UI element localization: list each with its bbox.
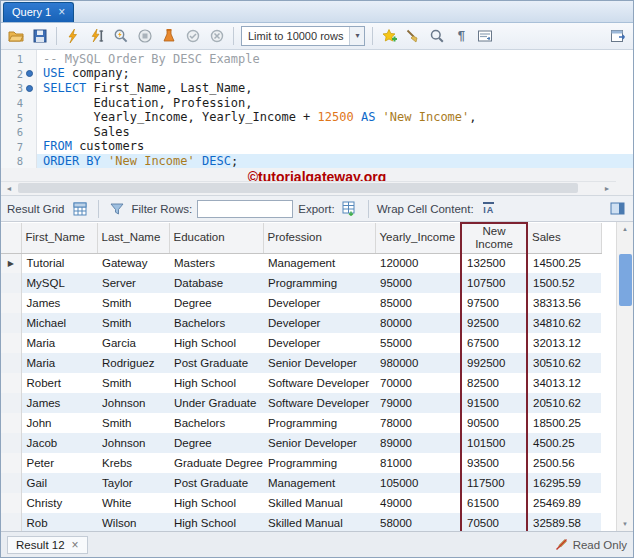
grid-cell[interactable]: 34810.62 bbox=[527, 313, 601, 333]
grid-cell[interactable]: 30510.62 bbox=[527, 353, 601, 373]
grid-cell[interactable]: Bachelors bbox=[169, 413, 263, 433]
grid-cell[interactable]: Tutorial bbox=[21, 253, 97, 273]
row-selector[interactable] bbox=[1, 313, 21, 333]
execute-query-button[interactable] bbox=[62, 25, 84, 47]
code-line[interactable]: ORDER BY 'New Income' DESC; bbox=[37, 154, 633, 168]
grid-cell[interactable]: 18500.25 bbox=[527, 413, 601, 433]
column-header[interactable]: Yearly_Income bbox=[375, 223, 461, 253]
grid-cell[interactable]: High School bbox=[169, 513, 263, 531]
grid-cell[interactable]: Taylor bbox=[97, 473, 169, 493]
grid-cell[interactable]: Krebs bbox=[97, 453, 169, 473]
grid-cell[interactable]: Smith bbox=[97, 373, 169, 393]
filter-rows-input[interactable] bbox=[197, 200, 293, 218]
grid-cell[interactable]: Senior Developer bbox=[263, 433, 375, 453]
toggle-side-panel-button[interactable] bbox=[607, 199, 627, 219]
grid-cell[interactable]: James bbox=[21, 293, 97, 313]
grid-cell[interactable]: 61500 bbox=[461, 493, 527, 513]
limit-rows-dropdown[interactable]: Limit to 10000 rows ▾ bbox=[241, 26, 365, 46]
grid-cell[interactable]: Jacob bbox=[21, 433, 97, 453]
save-script-button[interactable] bbox=[29, 25, 51, 47]
filter-button[interactable] bbox=[107, 199, 127, 219]
grid-cell[interactable]: Server bbox=[97, 273, 169, 293]
scroll-down-arrow-icon[interactable]: ▼ bbox=[617, 517, 633, 531]
grid-cell[interactable]: 79000 bbox=[375, 393, 461, 413]
grid-cell[interactable]: Programming bbox=[263, 453, 375, 473]
grid-cell[interactable]: Post Graduate bbox=[169, 353, 263, 373]
scroll-left-arrow-icon[interactable]: ◄ bbox=[1, 182, 17, 194]
wrap-cell-content-button[interactable]: IA bbox=[479, 199, 499, 219]
row-selector[interactable]: ▶ bbox=[1, 253, 21, 273]
vertical-scrollbar-thumb[interactable] bbox=[619, 254, 632, 306]
grid-cell[interactable]: Programming bbox=[263, 273, 375, 293]
grid-cell[interactable]: 25469.89 bbox=[527, 493, 601, 513]
result-tab-close-icon[interactable]: × bbox=[72, 540, 79, 550]
new-query-tab-button[interactable] bbox=[607, 25, 629, 47]
grid-cell[interactable]: Johnson bbox=[97, 433, 169, 453]
rollback-button[interactable] bbox=[206, 25, 228, 47]
grid-cell[interactable]: 80000 bbox=[375, 313, 461, 333]
stop-query-button[interactable] bbox=[134, 25, 156, 47]
row-selector[interactable] bbox=[1, 373, 21, 393]
code-line[interactable]: Education, Profession, bbox=[37, 96, 633, 111]
grid-cell[interactable]: 980000 bbox=[375, 353, 461, 373]
execute-current-statement-button[interactable] bbox=[86, 25, 108, 47]
tab-close-icon[interactable]: × bbox=[58, 7, 65, 17]
grid-cell[interactable]: 70500 bbox=[461, 513, 527, 531]
toggle-invisible-characters-button[interactable]: ¶ bbox=[450, 25, 472, 47]
grid-cell[interactable]: 132500 bbox=[461, 253, 527, 273]
grid-cell[interactable]: Maria bbox=[21, 333, 97, 353]
grid-cell[interactable]: 95000 bbox=[375, 273, 461, 293]
grid-cell[interactable]: 90500 bbox=[461, 413, 527, 433]
scroll-right-arrow-icon[interactable]: ► bbox=[599, 182, 615, 194]
row-selector[interactable] bbox=[1, 293, 21, 313]
grid-view-button[interactable] bbox=[70, 199, 90, 219]
grid-cell[interactable]: 55000 bbox=[375, 333, 461, 353]
code-line[interactable]: SELECT First_Name, Last_Name, bbox=[37, 81, 633, 96]
grid-cell[interactable]: Garcia bbox=[97, 333, 169, 353]
grid-cell[interactable]: 85000 bbox=[375, 293, 461, 313]
grid-cell[interactable]: Wilson bbox=[97, 513, 169, 531]
grid-cell[interactable]: Degree bbox=[169, 293, 263, 313]
grid-cell[interactable]: 105000 bbox=[375, 473, 461, 493]
grid-cell[interactable]: Rodriguez bbox=[97, 353, 169, 373]
grid-cell[interactable]: 16295.59 bbox=[527, 473, 601, 493]
grid-cell[interactable]: High School bbox=[169, 373, 263, 393]
grid-cell[interactable]: 97500 bbox=[461, 293, 527, 313]
explain-query-button[interactable] bbox=[110, 25, 132, 47]
code-area[interactable]: -- MySQL Order By DESC ExampleUSE compan… bbox=[37, 50, 633, 169]
grid-cell[interactable]: 82500 bbox=[461, 373, 527, 393]
code-line[interactable]: Yearly_Income, Yearly_Income + 12500 AS … bbox=[37, 110, 633, 125]
code-line[interactable]: USE company; bbox=[37, 66, 633, 81]
grid-cell[interactable]: Rob bbox=[21, 513, 97, 531]
code-line[interactable]: Sales bbox=[37, 125, 633, 140]
grid-cell[interactable]: James bbox=[21, 393, 97, 413]
grid-cell[interactable]: 58000 bbox=[375, 513, 461, 531]
grid-cell[interactable]: Management bbox=[263, 473, 375, 493]
grid-cell[interactable]: Degree bbox=[169, 433, 263, 453]
code-line[interactable]: FROM customers bbox=[37, 139, 633, 154]
toggle-stop-on-error-button[interactable] bbox=[158, 25, 180, 47]
grid-cell[interactable]: Peter bbox=[21, 453, 97, 473]
grid-cell[interactable]: 78000 bbox=[375, 413, 461, 433]
grid-cell[interactable]: 1500.52 bbox=[527, 273, 601, 293]
grid-cell[interactable]: 4500.25 bbox=[527, 433, 601, 453]
row-selector[interactable] bbox=[1, 393, 21, 413]
grid-cell[interactable]: High School bbox=[169, 493, 263, 513]
grid-cell[interactable]: 34013.12 bbox=[527, 373, 601, 393]
row-selector[interactable] bbox=[1, 273, 21, 293]
grid-cell[interactable]: Masters bbox=[169, 253, 263, 273]
row-selector[interactable] bbox=[1, 473, 21, 493]
open-script-button[interactable] bbox=[5, 25, 27, 47]
grid-cell[interactable]: Gateway bbox=[97, 253, 169, 273]
grid-cell[interactable]: Developer bbox=[263, 333, 375, 353]
grid-cell[interactable]: 20510.62 bbox=[527, 393, 601, 413]
column-header[interactable]: New Income bbox=[461, 223, 527, 253]
grid-cell[interactable]: Johnson bbox=[97, 393, 169, 413]
column-header[interactable]: Sales bbox=[527, 223, 601, 253]
grid-cell[interactable]: 117500 bbox=[461, 473, 527, 493]
grid-cell[interactable]: 107500 bbox=[461, 273, 527, 293]
grid-cell[interactable]: 89000 bbox=[375, 433, 461, 453]
grid-cell[interactable]: 67500 bbox=[461, 333, 527, 353]
grid-cell[interactable]: Skilled Manual bbox=[263, 493, 375, 513]
grid-cell[interactable]: 38313.56 bbox=[527, 293, 601, 313]
